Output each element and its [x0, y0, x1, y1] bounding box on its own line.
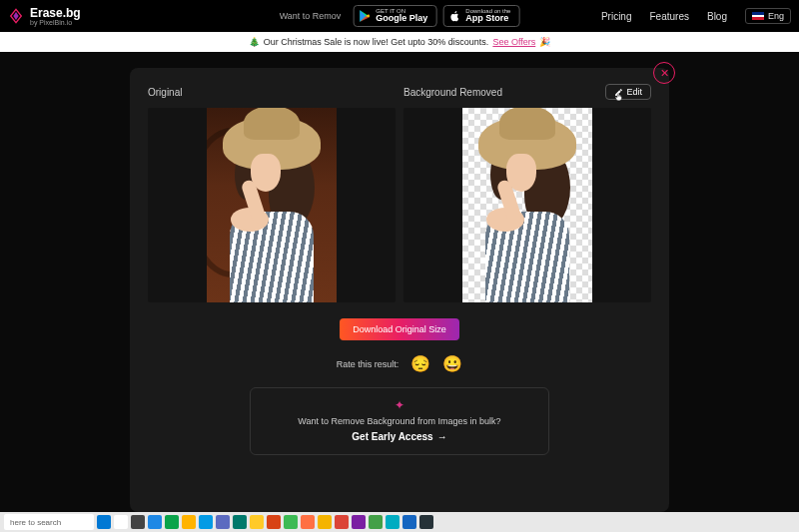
- rate-sad-button[interactable]: 😔: [410, 354, 430, 373]
- taskbar-app-icon[interactable]: [335, 515, 349, 529]
- bulk-promo: ✦ Want to Remove Background from Images …: [250, 387, 549, 455]
- header-nav: Pricing Features Blog Eng: [601, 8, 791, 24]
- app-store-badge[interactable]: Download on the App Store: [442, 5, 519, 27]
- header-tagline: Want to Remov: [280, 11, 342, 21]
- google-play-badge[interactable]: GET IT ON Google Play: [353, 5, 436, 27]
- promo-emoji-left: 🎄: [249, 37, 260, 47]
- removed-image-panel: [403, 108, 651, 302]
- app-header: Erase.bg by PixelBin.io Want to Remov GE…: [0, 0, 799, 32]
- promo-text: Our Christmas Sale is now live! Get upto…: [264, 37, 489, 47]
- taskbar-app-icon[interactable]: [419, 515, 433, 529]
- taskbar-app-icon[interactable]: [233, 515, 247, 529]
- nav-blog[interactable]: Blog: [707, 11, 727, 22]
- original-image-panel: [148, 108, 396, 302]
- flag-icon: [752, 12, 764, 20]
- brand-name: Erase.bg: [30, 7, 81, 19]
- rate-happy-button[interactable]: 😀: [442, 354, 462, 373]
- sparkle-icon: ✦: [261, 398, 538, 412]
- taskbar-app-icon[interactable]: [284, 515, 298, 529]
- taskbar-app-icon[interactable]: [250, 515, 264, 529]
- taskbar-app-icon[interactable]: [301, 515, 315, 529]
- header-center: Want to Remov GET IT ON Google Play Down…: [280, 5, 520, 27]
- taskbar-search[interactable]: here to search: [4, 514, 94, 530]
- taskbar-app-icon[interactable]: [318, 515, 332, 529]
- nav-pricing[interactable]: Pricing: [601, 11, 632, 22]
- edit-button[interactable]: Edit: [605, 84, 651, 100]
- taskbar-app-icon[interactable]: [386, 515, 400, 529]
- windows-taskbar[interactable]: here to search: [0, 512, 799, 532]
- google-play-icon: [358, 9, 372, 23]
- close-icon: ✕: [660, 67, 669, 80]
- apple-icon: [447, 9, 461, 23]
- download-button[interactable]: Download Original Size: [340, 318, 459, 340]
- rating-row: Rate this result: 😔 😀: [148, 354, 651, 373]
- original-label: Original: [148, 87, 182, 98]
- promo-link[interactable]: See Offers: [492, 37, 535, 47]
- removed-image: [462, 108, 592, 302]
- early-access-link[interactable]: Get Early Access →: [352, 431, 446, 442]
- promo-banner: 🎄 Our Christmas Sale is now live! Get up…: [0, 32, 799, 52]
- pencil-icon: [614, 88, 623, 97]
- taskbar-app-icon[interactable]: [216, 515, 230, 529]
- taskbar-app-icon[interactable]: [352, 515, 366, 529]
- taskbar-icons: [97, 515, 433, 529]
- taskbar-app-icon[interactable]: [114, 515, 128, 529]
- brand-logo[interactable]: Erase.bg by PixelBin.io: [8, 7, 81, 26]
- taskbar-app-icon[interactable]: [148, 515, 162, 529]
- taskbar-app-icon[interactable]: [267, 515, 281, 529]
- taskbar-app-icon[interactable]: [131, 515, 145, 529]
- taskbar-app-icon[interactable]: [182, 515, 196, 529]
- taskbar-app-icon[interactable]: [199, 515, 213, 529]
- result-card: ✕ Original: [130, 68, 669, 512]
- taskbar-app-icon[interactable]: [97, 515, 111, 529]
- bulk-question: Want to Remove Background from Images in…: [261, 416, 538, 426]
- original-image: [207, 108, 337, 302]
- rate-label: Rate this result:: [337, 359, 400, 369]
- taskbar-app-icon[interactable]: [165, 515, 179, 529]
- close-button[interactable]: ✕: [653, 62, 675, 84]
- removed-label: Background Removed: [403, 87, 502, 98]
- main-area: ✕ Original: [0, 52, 799, 512]
- brand-subtitle: by PixelBin.io: [30, 19, 81, 26]
- removed-column: Background Removed Edit: [403, 82, 651, 302]
- language-selector[interactable]: Eng: [745, 8, 791, 24]
- taskbar-app-icon[interactable]: [369, 515, 383, 529]
- logo-icon: [8, 8, 24, 24]
- taskbar-app-icon[interactable]: [402, 515, 416, 529]
- promo-emoji-right: 🎉: [539, 37, 550, 47]
- original-column: Original: [148, 82, 396, 302]
- arrow-right-icon: →: [437, 431, 447, 442]
- nav-features[interactable]: Features: [650, 11, 689, 22]
